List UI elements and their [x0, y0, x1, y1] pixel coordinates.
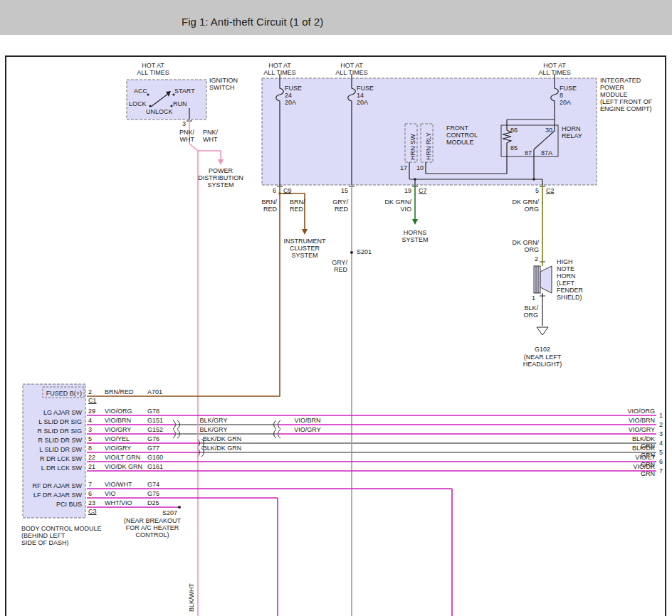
bcm-pin-7: 7 — [88, 481, 92, 488]
horn-relay-label: HORN RELAY — [562, 125, 582, 139]
bcm-conn-c1: C1 — [88, 397, 97, 404]
wire-dk-grn-org-1: DK GRN/ ORG — [512, 198, 539, 213]
bcm-pin-5: 5 — [88, 435, 92, 442]
wire-vio-dk-grn-right: VIO/DK GRN — [633, 463, 655, 477]
edge-pin-7: 7 — [659, 467, 663, 474]
circuit-g160: G160 — [147, 454, 163, 461]
bcm-rf-dr-ajar-sw: RF DR AJAR SW — [32, 482, 82, 489]
wire-vio-row: VIO — [105, 490, 116, 497]
bcm-pin-22: 22 — [88, 454, 95, 461]
fcm-hrn-sw-label: HRN SW — [409, 134, 416, 161]
ign-pos-lock: LOCK — [129, 100, 147, 107]
wire-blk-org: BLK/ ORG — [523, 304, 538, 319]
power-distribution-system: POWER DISTRIBUTION SYSTEM — [198, 167, 243, 188]
wire-vio-gry-right: VIO/GRY — [629, 426, 655, 433]
ign-pin-3: 3 — [182, 120, 186, 127]
wire-blk-gry-mid-2: BLK/GRY — [200, 426, 228, 433]
hot-at-all-times-2: HOT AT ALL TIMES — [263, 62, 296, 76]
fcm-pin-17: 17 — [400, 164, 407, 171]
wire-vio-brn-right: VIO/BRN — [629, 417, 655, 424]
edge-pin-4: 4 — [659, 440, 663, 447]
relay-pin-87: 87 — [525, 149, 532, 156]
bcm-lg-ajar-sw: LG AJAR SW — [43, 409, 82, 416]
ipm-conn-c2: C2 — [546, 187, 555, 194]
wire-gry-red-2: GRY/ RED — [332, 259, 347, 273]
wire-dk-grn-vio: DK GRN/ VIO — [384, 198, 411, 213]
circuit-g74: G74 — [147, 481, 159, 488]
ipm-pin-6: 6 — [273, 187, 276, 194]
circuit-g161: G161 — [147, 463, 163, 470]
ignition-switch-label: IGNITION SWITCH — [209, 77, 238, 91]
ign-pos-run: RUN — [173, 100, 187, 107]
horn-pin-1: 1 — [532, 294, 535, 302]
wire-dk-grn-org-2: DK GRN/ ORG — [512, 239, 539, 253]
circuit-g152: G152 — [147, 426, 163, 433]
splice-s207-location: (NEAR BREAKOUT FOR A/C HEATER CONTROL) — [124, 517, 181, 538]
bcm-pin-6: 6 — [88, 490, 92, 497]
edge-pin-2: 2 — [659, 421, 663, 428]
ground-g102-location: (NEAR LEFT HEADLIGHT) — [523, 354, 562, 368]
wire-vio-gry2-row: VIO/GRY — [105, 445, 131, 452]
wire-brn-red-2: BRN/ RED — [290, 198, 305, 213]
wire-vio-wht-row: VIO/WHT — [105, 481, 132, 488]
circuit-g151: G151 — [147, 417, 163, 424]
bcm-pci-bus: PCI BUS — [56, 501, 82, 508]
circuit-g77: G77 — [147, 445, 159, 452]
edge-pin-1: 1 — [659, 412, 663, 419]
splice-s207: S207 — [162, 509, 177, 516]
bcm-pin-21: 21 — [88, 463, 95, 470]
bcm-l-slid-dr-sig: L SLID DR SIG — [38, 418, 82, 425]
bcm-caption: BODY CONTROL MODULE (BEHIND LEFT SIDE OF… — [21, 525, 102, 546]
edge-pin-6: 6 — [659, 458, 663, 465]
relay-pin-30: 30 — [545, 127, 552, 134]
wire-vio-org-row: VIO/ORG — [105, 408, 132, 415]
wire-brn-red-row: BRN/RED — [105, 388, 134, 395]
wire-vio-dk-grn-row: VIO/DK GRN — [105, 463, 142, 470]
bcm-pin-8: 8 — [88, 445, 92, 452]
wire-wht-vio-row: WHT/VIO — [105, 499, 132, 506]
circuit-g76: G76 — [147, 435, 159, 442]
wire-vio-gry-row: VIO/GRY — [105, 426, 131, 433]
bcm-lf-dr-ajar-sw: LF DR AJAR SW — [33, 492, 82, 499]
fcm-label: FRONT CONTROL MODULE — [446, 124, 478, 146]
circuit-g78: G78 — [147, 408, 159, 415]
wire-vio-lt-grn-row: VIO/LT GRN — [105, 454, 140, 461]
bcm-l-dr-lck-sw: L DR LCK SW — [41, 464, 82, 472]
wire-blk-wht-vertical: BLK/WHT — [188, 583, 195, 612]
ipm-label: INTEGRATED POWER MODULE (LEFT FRONT OF E… — [600, 77, 652, 112]
fcm-pin-10: 10 — [416, 164, 424, 171]
hot-at-all-times-3: HOT AT ALL TIMES — [335, 62, 368, 76]
ipm-conn-c7: C7 — [419, 187, 427, 194]
fuse-14-label: FUSE 14 20A — [357, 85, 374, 106]
wire-vio-brn-row: VIO/BRN — [105, 417, 131, 424]
edge-pin-5: 5 — [659, 449, 663, 456]
wire-vio-yel-row: VIO/YEL — [105, 435, 130, 442]
bcm-pin-29: 29 — [88, 408, 95, 415]
wire-blk-gry-mid-1: BLK/GRY — [200, 417, 228, 424]
relay-pin-85: 85 — [510, 144, 518, 152]
bcm-conn-c3: C3 — [88, 508, 97, 515]
high-note-horn-label: HIGH NOTE HORN (LEFT FENDER SHIELD) — [557, 258, 583, 301]
bcm-fused-b: FUSED B(+) — [46, 390, 82, 397]
horn-pin-2: 2 — [535, 255, 538, 262]
instrument-cluster-system: INSTRUMENT CLUSTER SYSTEM — [284, 238, 326, 259]
circuit-g75: G75 — [147, 490, 159, 497]
ipm-conn-c9: C9 — [283, 187, 292, 194]
circuit-a701: A701 — [147, 388, 162, 395]
wire-pnk-wht-right: PNK/ WHT — [203, 129, 218, 143]
fuse-24-label: FUSE 24 20A — [285, 85, 302, 106]
horns-system: HORNS SYSTEM — [401, 229, 428, 243]
edge-pin-3: 3 — [659, 430, 663, 437]
ipm-pin-15: 15 — [341, 187, 348, 194]
ipm-pin-19: 19 — [404, 187, 411, 194]
wire-brn-red-1: BRN/ RED — [261, 198, 277, 213]
wire-pnk-wht-left: PNK/ WHT — [179, 129, 194, 143]
ign-pos-acc: ACC — [134, 87, 147, 95]
hot-at-all-times-1: HOT AT ALL TIMES — [137, 62, 169, 76]
fuse-8-label: FUSE 8 20A — [560, 85, 577, 106]
bcm-r-slid-dr-sig: R SLID DR SIG — [37, 428, 82, 435]
relay-pin-86: 86 — [510, 127, 518, 134]
label-layer: HOT AT ALL TIMESIGNITION SWITCHACCSTARTL… — [0, 0, 672, 616]
circuit-d25: D25 — [147, 499, 159, 506]
ground-g102: G102 — [535, 346, 550, 353]
